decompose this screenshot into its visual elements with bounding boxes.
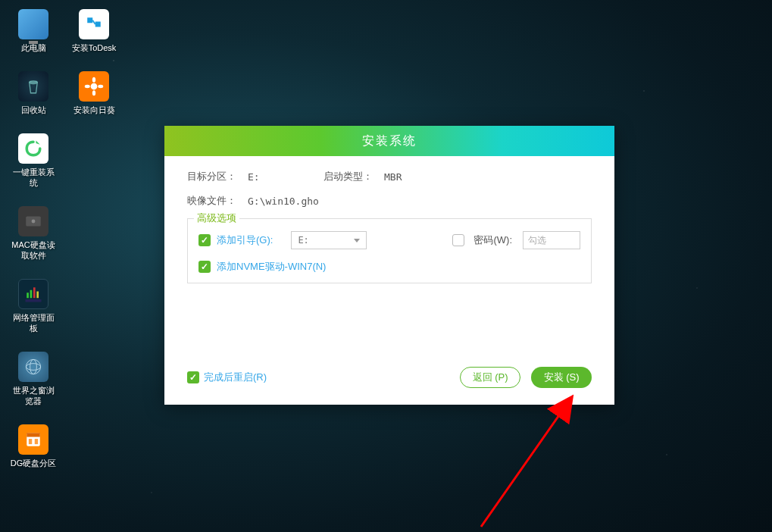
svg-rect-8 xyxy=(27,293,29,298)
icon-label: 世界之窗浏览器 xyxy=(9,385,58,406)
desktop-icon-theworld-browser[interactable]: 世界之窗浏览器 xyxy=(9,352,58,406)
icon-label: 一键重装系统 xyxy=(9,167,58,188)
svg-point-13 xyxy=(26,359,40,374)
desktop-icon-onekey-reinstall[interactable]: 一键重装系统 xyxy=(9,133,58,188)
svg-point-14 xyxy=(26,364,40,371)
icon-label: 网络管理面板 xyxy=(9,312,58,333)
advanced-options-group: 高级选项 添加引导(G): E: 密码(W): 勾选 添加NVME驱动-WIN7… xyxy=(187,218,592,283)
desktop-icon-dg-partition[interactable]: DG硬盘分区 xyxy=(9,424,58,468)
pc-icon xyxy=(18,9,48,39)
globe-icon xyxy=(18,352,48,382)
svg-point-1 xyxy=(91,83,98,90)
sunflower-icon xyxy=(79,71,109,102)
network-panel-icon xyxy=(18,279,48,309)
icon-label: 安装向日葵 xyxy=(73,105,115,115)
nvme-driver-checkbox[interactable] xyxy=(198,261,211,273)
desktop-icon-network-panel[interactable]: 网络管理面板 xyxy=(9,279,58,333)
nvme-driver-label: 添加NVME驱动-WIN7(N) xyxy=(217,260,326,274)
svg-line-20 xyxy=(481,413,561,527)
svg-rect-19 xyxy=(35,439,38,444)
password-label: 密码(W): xyxy=(474,233,512,247)
restart-after-checkbox[interactable] xyxy=(187,371,199,383)
todesk-icon xyxy=(79,9,109,39)
svg-rect-12 xyxy=(26,299,42,302)
add-boot-checkbox[interactable] xyxy=(198,234,211,246)
svg-point-5 xyxy=(98,85,103,88)
desktop-icon-this-pc[interactable]: 此电脑 xyxy=(9,9,58,53)
svg-rect-10 xyxy=(33,287,36,298)
install-button[interactable]: 安装 (S) xyxy=(531,367,592,388)
add-boot-label: 添加引导(G): xyxy=(217,233,273,247)
svg-point-3 xyxy=(92,90,95,95)
mac-disk-icon xyxy=(18,206,48,236)
image-file-label: 映像文件： xyxy=(187,194,248,208)
onekey-icon xyxy=(18,133,48,164)
password-placeholder: 勾选 xyxy=(528,234,546,247)
desktop-icon-grid: 此电脑 安装ToDesk 回收站 安装向日葵 一键重装系统 xyxy=(9,9,118,487)
advanced-legend: 高级选项 xyxy=(194,211,239,225)
add-boot-partition-select[interactable]: E: xyxy=(291,231,367,249)
boot-type-label: 启动类型： xyxy=(323,170,384,183)
icon-label: DG硬盘分区 xyxy=(11,458,57,468)
desktop-icon-install-sunflower[interactable]: 安装向日葵 xyxy=(70,71,118,115)
desktop-icon-mac-disk-reader[interactable]: MAC硬盘读取软件 xyxy=(9,206,58,261)
recycle-bin-icon xyxy=(18,71,48,102)
dialog-title: 安装系统 xyxy=(164,126,614,156)
annotation-arrow xyxy=(470,394,636,530)
dg-partition-icon xyxy=(18,424,48,455)
svg-point-2 xyxy=(92,77,95,83)
svg-rect-9 xyxy=(30,290,33,299)
select-value: E: xyxy=(298,235,308,246)
svg-point-15 xyxy=(30,359,37,374)
icon-label: MAC硬盘读取软件 xyxy=(9,239,58,261)
target-partition-label: 目标分区： xyxy=(187,170,248,183)
svg-rect-11 xyxy=(36,292,39,299)
icon-label: 安装ToDesk xyxy=(72,42,117,53)
svg-point-7 xyxy=(32,220,36,224)
svg-rect-18 xyxy=(29,439,32,444)
desktop-icon-install-todesk[interactable]: 安装ToDesk xyxy=(70,9,118,53)
icon-label: 回收站 xyxy=(21,105,46,115)
image-file-value: G:\win10.gho xyxy=(248,196,319,207)
password-checkbox[interactable] xyxy=(452,234,464,246)
dialog-body: 目标分区： E: 启动类型： MBR 映像文件： G:\win10.gho 高级… xyxy=(164,156,614,405)
return-button[interactable]: 返回 (P) xyxy=(460,367,520,388)
password-input[interactable]: 勾选 xyxy=(523,231,580,249)
desktop-icon-recycle-bin[interactable]: 回收站 xyxy=(9,71,58,115)
restart-after-label: 完成后重启(R) xyxy=(204,371,267,384)
install-system-dialog: 安装系统 目标分区： E: 启动类型： MBR 映像文件： G:\win10.g… xyxy=(164,126,614,405)
boot-type-value: MBR xyxy=(384,171,402,183)
svg-point-4 xyxy=(85,85,90,88)
target-partition-value: E: xyxy=(248,171,323,183)
icon-label: 此电脑 xyxy=(21,42,46,53)
svg-rect-17 xyxy=(27,433,40,437)
